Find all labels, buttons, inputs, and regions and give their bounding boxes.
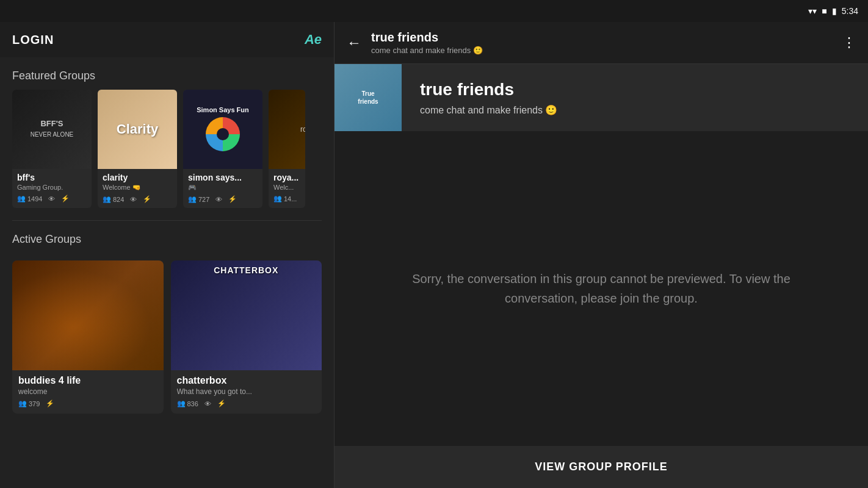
group-banner-desc: come chat and make friends 🙂: [420, 104, 557, 116]
bffs-members: 👥 1494: [17, 195, 42, 203]
message-area: Sorry, the conversation in this group ca…: [335, 131, 868, 446]
featured-card-bffs-info: bff's Gaming Group. 👥 1494 👁 ⚡: [12, 169, 92, 207]
featured-card-royal-info: roya... Welc... 👥 14...: [269, 169, 305, 207]
active-groups-grid: buddies 4 life welcome 👥 379 ⚡: [0, 253, 334, 426]
featured-card-bffs[interactable]: BFF'SNEVER ALONE bff's Gaming Group. 👥 1…: [12, 90, 92, 208]
left-scroll: Featured Groups BFF'SNEVER ALONE bff's G…: [0, 57, 334, 488]
eye-icon: 👁: [130, 196, 137, 203]
chatterbox-views: 👁: [204, 400, 211, 407]
simon-name: simon says...: [188, 173, 258, 182]
battery-icon: ▮: [832, 6, 837, 16]
status-icons: ▾▾ ■ ▮ 5:34: [808, 6, 858, 16]
bffs-views: 👁: [48, 195, 55, 203]
bffs-name: bff's: [17, 173, 87, 182]
group-subtitle: come chat and make friends 🙂: [371, 46, 833, 55]
group-header-info: true friends come chat and make friends …: [371, 30, 833, 55]
bffs-activity: ⚡: [61, 195, 70, 203]
chatterbox-name: chatterbox: [177, 375, 316, 386]
members-icon: 👥: [17, 195, 26, 203]
chatterbox-desc: What have you got to...: [177, 387, 316, 396]
simon-views: 👁: [215, 196, 222, 203]
group-banner: Truefriends true friends come chat and m…: [335, 64, 868, 131]
simon-desc: 🎮: [188, 184, 258, 192]
buddies-members: 👥 379: [18, 400, 40, 407]
featured-card-royal-img: royal: [269, 90, 305, 169]
simon-activity: ⚡: [228, 195, 237, 203]
main-layout: LOGIN Ae Featured Groups BFF'SNEVER ALON…: [0, 22, 868, 488]
flash-icon: ⚡: [61, 195, 70, 203]
featured-groups-title: Featured Groups: [0, 57, 334, 90]
eye-icon: 👁: [204, 400, 211, 407]
buddies-desc: welcome: [18, 387, 157, 396]
chatterbox-stats: 👥 836 👁 ⚡: [177, 400, 316, 407]
bffs-stats: 👥 1494 👁 ⚡: [17, 195, 87, 203]
active-groups-title: Active Groups: [0, 221, 334, 253]
right-header: ← true friends come chat and make friend…: [335, 22, 868, 64]
featured-groups-list: BFF'SNEVER ALONE bff's Gaming Group. 👥 1…: [0, 90, 334, 220]
royal-stats: 👥 14...: [273, 195, 300, 203]
left-panel: LOGIN Ae Featured Groups BFF'SNEVER ALON…: [0, 22, 335, 488]
active-card-chatterbox-img: CHATTERBOX: [171, 260, 322, 370]
members-icon: 👥: [18, 400, 27, 407]
royal-name: roya...: [273, 173, 300, 182]
clarity-views: 👁: [130, 196, 137, 203]
eye-icon: 👁: [215, 196, 222, 203]
left-header: LOGIN Ae: [0, 22, 334, 57]
members-icon: 👥: [273, 195, 282, 203]
active-card-buddies-img: [12, 260, 164, 370]
buddies-name: buddies 4 life: [18, 375, 157, 386]
font-icon[interactable]: Ae: [305, 32, 322, 48]
royal-members: 👥 14...: [273, 195, 297, 203]
group-banner-text: true friends come chat and make friends …: [402, 68, 576, 128]
featured-card-clarity-img: Clarity: [98, 90, 177, 169]
signal-icon: ■: [822, 6, 826, 16]
flash-icon: ⚡: [143, 195, 151, 203]
active-card-chatterbox[interactable]: CHATTERBOX chatterbox What have you got …: [171, 260, 322, 414]
view-group-profile-button[interactable]: VIEW GROUP PROFILE: [335, 446, 868, 488]
chatterbox-activity: ⚡: [217, 400, 226, 407]
wifi-icon: ▾▾: [808, 6, 817, 16]
featured-card-royal[interactable]: royal roya... Welc... 👥 14...: [269, 90, 305, 208]
flash-icon: ⚡: [46, 400, 54, 407]
active-card-buddies-info: buddies 4 life welcome 👥 379 ⚡: [12, 370, 164, 414]
simon-stats: 👥 727 👁 ⚡: [188, 195, 258, 203]
eye-icon: 👁: [48, 195, 55, 203]
featured-card-clarity[interactable]: Clarity clarity Welcome 🤜 👥 824 �: [98, 90, 177, 208]
time-display: 5:34: [842, 6, 858, 16]
featured-card-clarity-info: clarity Welcome 🤜 👥 824 👁 ⚡: [98, 169, 177, 208]
featured-card-bffs-img: BFF'SNEVER ALONE: [12, 90, 92, 169]
more-options-button[interactable]: ⋮: [842, 35, 856, 51]
members-icon: 👥: [188, 195, 197, 203]
group-banner-name: true friends: [420, 80, 557, 99]
members-icon: 👥: [177, 400, 186, 407]
group-banner-image: Truefriends: [335, 64, 402, 131]
buddies-stats: 👥 379 ⚡: [18, 400, 157, 407]
active-card-buddies[interactable]: buddies 4 life welcome 👥 379 ⚡: [12, 260, 164, 414]
featured-card-simon-info: simon says... 🎮 👥 727 👁 ⚡: [183, 169, 262, 208]
active-card-chatterbox-info: chatterbox What have you got to... 👥 836…: [171, 370, 322, 414]
clarity-members: 👥 824: [103, 195, 124, 203]
clarity-desc: Welcome 🤜: [103, 184, 172, 192]
status-bar: ▾▾ ■ ▮ 5:34: [0, 0, 868, 22]
flash-icon: ⚡: [228, 195, 237, 203]
bffs-desc: Gaming Group.: [17, 184, 87, 191]
group-title: true friends: [371, 30, 833, 45]
flash-icon: ⚡: [217, 400, 226, 407]
right-panel: ← true friends come chat and make friend…: [335, 22, 868, 488]
chatterbox-members: 👥 836: [177, 400, 198, 407]
featured-card-simon[interactable]: Simon Says Fun: [183, 90, 262, 208]
back-button[interactable]: ←: [347, 34, 361, 51]
preview-message: Sorry, the conversation in this group ca…: [388, 269, 815, 308]
svg-point-1: [217, 128, 229, 140]
clarity-name: clarity: [103, 173, 172, 182]
app-title: LOGIN: [12, 33, 54, 47]
buddies-activity: ⚡: [46, 400, 54, 407]
simon-members: 👥 727: [188, 195, 209, 203]
members-icon: 👥: [103, 195, 111, 203]
featured-card-simon-img: Simon Says Fun: [183, 90, 262, 169]
clarity-stats: 👥 824 👁 ⚡: [103, 195, 172, 203]
royal-desc: Welc...: [273, 184, 300, 191]
clarity-activity: ⚡: [143, 195, 151, 203]
